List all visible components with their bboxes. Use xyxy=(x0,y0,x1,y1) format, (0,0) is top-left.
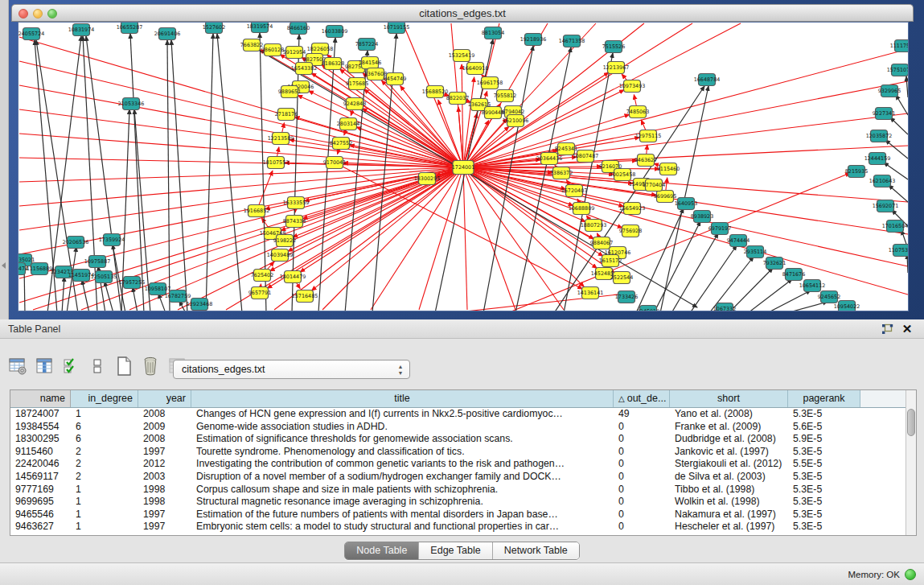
graph-node[interactable]: 9170041 xyxy=(323,157,346,169)
graph-node[interactable]: 17359924 xyxy=(99,234,125,246)
table-row[interactable]: 2242004622012Investigating the contribut… xyxy=(10,458,916,471)
graph-node[interactable]: 10954022 xyxy=(834,301,860,311)
graph-node[interactable]: 8874334 xyxy=(283,216,306,228)
graph-node[interactable]: 15692071 xyxy=(873,200,899,212)
graph-node[interactable]: 9474444 xyxy=(727,235,749,247)
graph-node[interactable]: 7663822 xyxy=(240,39,263,51)
graph-node[interactable]: 9657791 xyxy=(248,287,271,299)
close-panel-icon[interactable]: ✕ xyxy=(900,321,914,337)
graph-node[interactable]: 19166852 xyxy=(244,205,270,217)
hub-node[interactable]: 1724001 xyxy=(452,161,474,175)
graph-node[interactable]: 9227341 xyxy=(873,108,895,120)
graph-node[interactable]: 8813054 xyxy=(482,27,504,39)
graph-node[interactable]: 11075334 xyxy=(889,245,908,257)
graph-node[interactable]: 1527602 xyxy=(203,23,225,34)
memory-status-icon[interactable] xyxy=(905,569,916,580)
graph-node[interactable]: 18107553 xyxy=(263,157,290,169)
graph-node[interactable]: 16640910 xyxy=(462,63,489,75)
table-selector-dropdown[interactable]: citations_edges.txt ▲ ▼ xyxy=(173,360,410,379)
graph-node[interactable]: 9245652 xyxy=(818,291,840,303)
graph-node[interactable]: 9463627 xyxy=(634,154,657,167)
float-window-icon[interactable] xyxy=(881,323,893,335)
graph-node[interactable]: 9889651 xyxy=(278,86,301,98)
graph-node[interactable]: 9115460 xyxy=(657,163,680,175)
graph-node[interactable]: 12213967 xyxy=(603,62,630,74)
graph-node[interactable]: 2522544 xyxy=(610,272,633,284)
delete-column-button[interactable] xyxy=(139,355,162,377)
graph-node[interactable]: 10655287 xyxy=(117,23,143,34)
graph-node[interactable]: 16033809 xyxy=(322,26,348,38)
show-columns-button[interactable] xyxy=(33,355,55,377)
graph-node[interactable]: 15716485 xyxy=(292,290,318,303)
graph-node[interactable]: 1615172 xyxy=(599,255,622,267)
graph-node[interactable]: 15325419 xyxy=(449,50,475,62)
graph-node[interactable]: 7625402 xyxy=(251,270,273,282)
table-row[interactable]: 1938455462009Genome-wide association stu… xyxy=(10,421,916,434)
graph-node[interactable]: 9242848 xyxy=(343,98,366,110)
tab-node-table[interactable]: Node Table xyxy=(345,542,418,559)
vertical-scrollbar[interactable] xyxy=(906,390,916,535)
row-height-button[interactable] xyxy=(86,355,109,377)
graph-node[interactable]: 7932621 xyxy=(763,257,786,270)
graph-node[interactable]: 8186328 xyxy=(322,58,344,70)
column-header-pagerank[interactable]: pagerank xyxy=(788,390,860,407)
scrollbar-thumb[interactable] xyxy=(907,409,915,436)
graph-node[interactable]: 9860128 xyxy=(261,44,284,56)
graph-node[interactable]: 15751074 xyxy=(887,64,908,76)
graph-node[interactable]: 9198222 xyxy=(273,235,296,247)
graph-node[interactable]: 9699695 xyxy=(654,191,676,203)
table-row[interactable]: 946362711997Embryonic stem cells: a mode… xyxy=(10,521,916,534)
graph-node[interactable]: 7955812 xyxy=(494,90,516,102)
network-window-titlebar[interactable]: citations_edges.txt xyxy=(11,4,914,22)
graph-node[interactable]: 2718176 xyxy=(275,109,298,121)
tab-network-table[interactable]: Network Table xyxy=(492,542,579,559)
graph-node[interactable]: 7485063 xyxy=(626,106,649,118)
graph-node[interactable]: 12923468 xyxy=(187,299,213,311)
column-header-title[interactable]: title xyxy=(191,390,614,407)
graph-node[interactable]: 12505135 xyxy=(91,271,117,283)
column-header-in_degree[interactable]: in_degree xyxy=(71,390,138,407)
graph-node[interactable]: 9175685 xyxy=(346,78,368,90)
graph-node[interactable]: 9770404 xyxy=(643,179,665,192)
graph-node[interactable]: 10654112 xyxy=(799,280,826,292)
tab-edge-table[interactable]: Edge Table xyxy=(418,542,491,559)
graph-node[interactable]: 20691406 xyxy=(154,28,181,40)
graph-node[interactable]: 19218936 xyxy=(520,34,547,46)
graph-node[interactable]: 1640953 xyxy=(675,198,697,210)
graph-node[interactable]: 8471676 xyxy=(782,269,805,281)
graph-node[interactable]: 14014479 xyxy=(280,271,306,283)
column-header-name[interactable]: name xyxy=(10,390,71,407)
graph-node[interactable]: 7857224 xyxy=(355,39,378,51)
table-row[interactable]: 911546021997Tourette syndrome. Phenomeno… xyxy=(10,446,916,459)
graph-node[interactable]: 9329965 xyxy=(878,85,901,97)
graph-node[interactable]: 1841546 xyxy=(359,57,381,69)
graph-node[interactable]: 16648784 xyxy=(694,74,721,86)
table-row[interactable]: 977716911998Corpus callosum shape and si… xyxy=(10,484,916,496)
graph-node[interactable]: 8427552 xyxy=(330,138,352,150)
graph-node[interactable]: 9245019 xyxy=(637,306,659,311)
graph-node[interactable]: 8454749 xyxy=(384,73,406,85)
graph-node[interactable]: 8215935 xyxy=(845,166,868,178)
graph-node[interactable]: 16210643 xyxy=(869,175,896,187)
graph-node[interactable]: 10831974 xyxy=(68,24,95,36)
graph-node[interactable]: 15688520 xyxy=(422,86,449,98)
graph-node[interactable]: 7386372 xyxy=(550,167,573,179)
graph-node[interactable]: 6979197 xyxy=(708,223,731,235)
graph-node[interactable]: 2803144 xyxy=(337,118,359,130)
column-header-year[interactable]: year xyxy=(138,390,191,407)
table-row[interactable]: 946554611997Estimation of the future num… xyxy=(10,509,916,521)
graph-node[interactable]: 10719155 xyxy=(384,23,410,34)
column-header-short[interactable]: short xyxy=(670,390,788,407)
graph-node[interactable]: 10975887 xyxy=(84,256,111,268)
table-row[interactable]: 1872400712008Changes of HCN gene express… xyxy=(10,408,916,421)
graph-node[interactable]: 1733426 xyxy=(615,291,638,303)
graph-node[interactable]: 9756928 xyxy=(619,225,642,237)
column-header-out_de[interactable]: △out_de... xyxy=(614,390,670,407)
graph-node[interactable]: 8938923 xyxy=(691,211,713,223)
graph-node[interactable]: 12444159 xyxy=(864,153,891,165)
graph-node[interactable]: 12035872 xyxy=(866,130,893,142)
graph-node[interactable]: 12975115 xyxy=(635,130,662,142)
graph-node[interactable]: 16961758 xyxy=(477,77,503,89)
graph-node[interactable]: 14671358 xyxy=(559,35,585,47)
table-mode-button[interactable] xyxy=(6,355,29,377)
